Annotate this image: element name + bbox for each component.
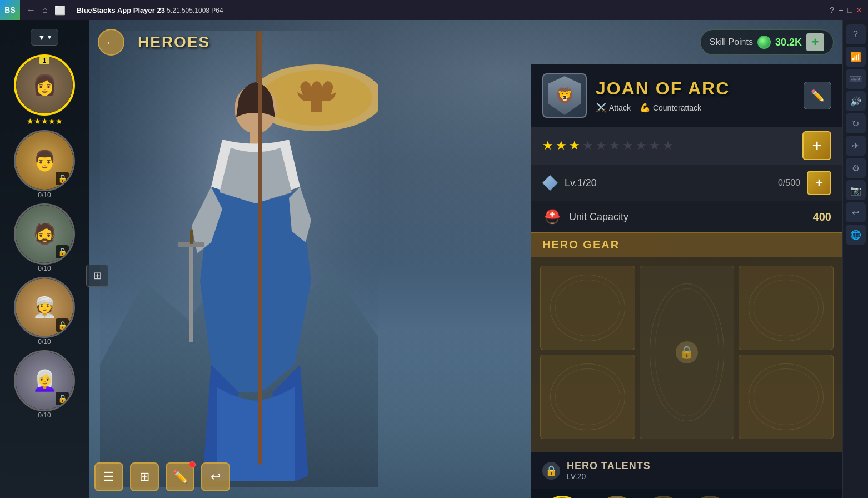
nav-home[interactable]: ⌂ <box>42 5 48 16</box>
svg-rect-9 <box>190 230 193 244</box>
skill-icon-3[interactable]: 🛡️ 🔒 <box>643 496 684 498</box>
hero-tags: ⚔️ Attack 💪 Counterattack <box>596 102 795 113</box>
lock-icon-2: 🔒 <box>56 172 69 185</box>
talent-text: HERO TALENTS LV.20 <box>567 460 651 481</box>
screenshot-icon: 📷 <box>850 185 861 196</box>
app-info: BlueStacks App Player 23 5.21.505.1008 P… <box>77 6 830 14</box>
title-bar: BS ← ⌂ ⬜ BlueStacks App Player 23 5.21.5… <box>0 0 868 20</box>
hero-avatar-3[interactable]: 🧔 🔒 <box>14 203 75 265</box>
gear-grid: 🔒 <box>531 257 842 448</box>
gear-rings-2 <box>749 275 824 341</box>
gear-rings-5 <box>749 363 824 430</box>
star-6: ★ <box>609 138 620 153</box>
back-action-button[interactable]: ↩ <box>201 462 230 491</box>
gear-rings-3 <box>650 283 725 421</box>
bottom-skills-bar: 🔥 1 ⚔️ 1 🛡️ 🔒 ⚔️ 🔒 <box>531 489 842 498</box>
star-1: ★ <box>542 138 553 153</box>
hero-level-badge-1: 1 <box>39 57 49 64</box>
arrow-icon: ✏️ <box>811 89 825 102</box>
help-icon: ? <box>853 29 858 39</box>
hero-card-3[interactable]: 🧔 🔒 0/10 <box>11 203 78 272</box>
bs-btn-rotate[interactable]: ↻ <box>846 113 866 133</box>
list-icon: ☰ <box>103 470 114 484</box>
bluestacks-sidebar: ? 📶 ⌨ 🔊 ↻ ✈ ⚙ 📷 ↩ 🌐 <box>842 20 868 498</box>
hero-card-5[interactable]: 👩‍🦳 🔒 0/10 <box>11 350 78 419</box>
hero-avatar-5[interactable]: 👩‍🦳 🔒 <box>14 350 75 411</box>
diamond-icon <box>542 175 558 191</box>
star-upgrade-button[interactable]: + <box>802 131 831 160</box>
bs-btn-back[interactable]: ↩ <box>846 202 866 222</box>
airplane-icon: ✈ <box>852 141 859 151</box>
gear-slot-4[interactable] <box>540 355 635 439</box>
bs-btn-help[interactable]: ? <box>846 24 866 44</box>
filter-button[interactable]: ▼ ▾ <box>31 29 58 46</box>
talent-title: HERO TALENTS <box>567 460 651 472</box>
heroes-title: HEROES <box>138 33 210 51</box>
bs-btn-volume[interactable]: 🔊 <box>846 91 866 111</box>
minimize-icon[interactable]: − <box>839 6 843 14</box>
list-view-button[interactable]: ☰ <box>94 462 123 491</box>
rotate-icon: ↻ <box>852 118 859 129</box>
emblem-shield: 🦁 <box>548 76 581 115</box>
hero-card-4[interactable]: 👳 🔒 0/10 <box>11 277 78 346</box>
gear-rings-1 <box>550 275 625 341</box>
bs-btn-keyboard[interactable]: ⌨ <box>846 69 866 89</box>
hero-info-header: 🦁 JOAN OF ARC ⚔️ Attack 💪 Counterattack <box>531 64 842 127</box>
hero-card-1[interactable]: 👩 1 ★★★★★ <box>11 54 78 126</box>
hero-talents-section[interactable]: 🔒 HERO TALENTS LV.20 <box>531 452 842 489</box>
level-up-button[interactable]: + <box>807 171 831 195</box>
edit-button[interactable]: ✏️ <box>166 462 194 491</box>
level-label: Lv.1/20 <box>565 177 771 189</box>
gear-slot-1[interactable] <box>540 266 635 350</box>
title-nav[interactable]: ← ⌂ ⬜ <box>27 5 66 16</box>
svg-rect-7 <box>189 242 193 342</box>
star-9: ★ <box>649 138 660 153</box>
title-controls: ? − □ × <box>830 6 861 14</box>
bs-btn-globe[interactable]: 🌐 <box>846 225 866 245</box>
back-button[interactable]: ← <box>98 29 124 56</box>
hero-card-2[interactable]: 👨 🔒 0/10 <box>11 130 78 199</box>
nav-back[interactable]: ← <box>27 5 36 16</box>
skill-icon-2[interactable]: ⚔️ 1 <box>597 496 637 498</box>
help-icon[interactable]: ? <box>830 6 834 14</box>
lock-icon-4: 🔒 <box>56 318 69 332</box>
bs-btn-airplane[interactable]: ✈ <box>846 136 866 156</box>
settings-icon: ⚙ <box>852 163 860 173</box>
filter-chevron: ▾ <box>48 33 51 41</box>
hero-arrow-button[interactable]: ✏️ <box>804 82 831 109</box>
skill-points-area: Skill Points 30.2K + <box>700 29 834 55</box>
skill-points-add-button[interactable]: + <box>806 33 824 51</box>
bs-btn-signal[interactable]: 📶 <box>846 47 866 67</box>
star-2: ★ <box>556 138 567 153</box>
frame-button[interactable]: ⊞ <box>130 462 159 491</box>
lock-icon-3: 🔒 <box>56 245 69 258</box>
bs-btn-screenshot[interactable]: 📷 <box>846 180 866 200</box>
hero-progress-3: 0/10 <box>11 265 78 272</box>
frame-icon: ⊞ <box>139 470 149 484</box>
hero-avatar-4[interactable]: 👳 🔒 <box>14 277 75 338</box>
bs-back-icon: ↩ <box>852 207 859 218</box>
skill-gem-icon <box>757 36 771 49</box>
maximize-icon[interactable]: □ <box>847 6 852 14</box>
skill-points-value: 30.2K <box>775 37 802 48</box>
back-action-icon: ↩ <box>211 470 221 484</box>
gear-slot-5[interactable] <box>739 355 834 439</box>
bluestacks-logo: BS <box>0 0 20 20</box>
nav-new-tab[interactable]: ⬜ <box>54 5 66 16</box>
hero-gear-title: HERO GEAR <box>531 233 842 257</box>
gear-slot-3[interactable]: 🔒 <box>640 266 735 439</box>
hero-avatar-2[interactable]: 👨 🔒 <box>14 130 75 191</box>
bs-btn-settings[interactable]: ⚙ <box>846 158 866 178</box>
gear-slot-2[interactable] <box>739 266 834 350</box>
star-8: ★ <box>636 138 647 153</box>
game-area: ▼ ▾ 👩 1 ★★★★★ 👨 🔒 0/10 ⊞ 🧔 🔒 <box>0 20 842 498</box>
star-7: ★ <box>622 138 633 153</box>
lock-icon-5: 🔒 <box>56 392 69 405</box>
skill-icon-1[interactable]: 🔥 1 <box>542 496 582 498</box>
close-icon[interactable]: × <box>857 6 861 14</box>
keyboard-icon: ⌨ <box>849 74 862 84</box>
gear-rings-4 <box>550 363 625 430</box>
hero-gear-section: HERO GEAR 🔒 <box>531 232 842 452</box>
skill-icon-4[interactable]: ⚔️ 🔒 <box>690 496 730 498</box>
notification-dot <box>189 461 196 468</box>
